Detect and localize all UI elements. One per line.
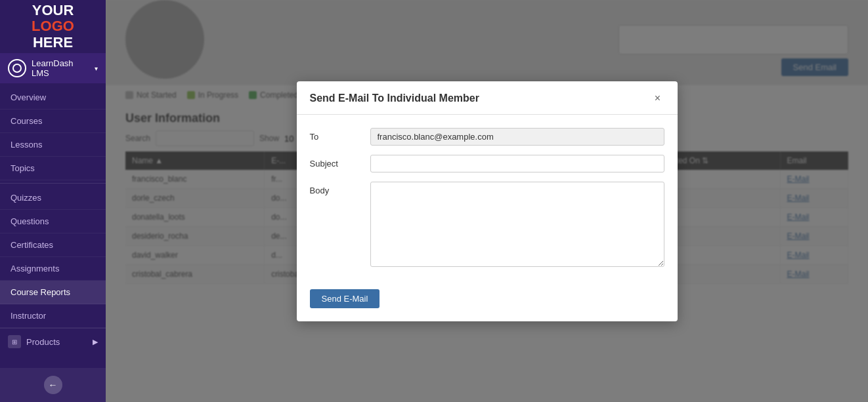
sidebar: YOUR LOGO HERE LearnDash LMS ▾ Overview …	[0, 0, 106, 402]
sidebar-item-questions[interactable]: Questions	[0, 210, 106, 233]
brand-name: LearnDash LMS	[32, 58, 89, 78]
sidebar-item-lessons[interactable]: Lessons	[0, 133, 106, 157]
back-icon: ←	[44, 376, 62, 394]
products-icon: ⊞	[8, 335, 21, 348]
body-label: Body	[310, 182, 362, 195]
modal-title: Send E-Mail To Individual Member	[310, 92, 479, 104]
sidebar-item-course-reports[interactable]: Course Reports	[0, 281, 106, 304]
sidebar-item-instructor[interactable]: Instructor	[0, 304, 106, 328]
products-label: Products	[26, 337, 60, 347]
modal-body: To Subject Body	[297, 115, 678, 289]
modal-close-button[interactable]: ×	[651, 92, 664, 105]
sidebar-item-topics[interactable]: Topics	[0, 157, 106, 180]
modal-header: Send E-Mail To Individual Member ×	[297, 81, 678, 115]
subject-label: Subject	[310, 155, 362, 169]
subject-input[interactable]	[370, 155, 664, 172]
sidebar-item-courses[interactable]: Courses	[0, 110, 106, 133]
subject-field-row: Subject	[310, 155, 664, 172]
nav-separator-1	[0, 183, 106, 184]
sidebar-item-quizzes[interactable]: Quizzes	[0, 186, 106, 210]
brand-icon-inner	[12, 64, 22, 73]
body-field-row: Body	[310, 182, 664, 267]
modal-overlay: Send E-Mail To Individual Member × To Su…	[106, 0, 868, 402]
sidebar-back-button[interactable]: ←	[0, 368, 106, 402]
main-content: Send Email Not Started In Progress Compl…	[106, 0, 868, 402]
send-email-modal: Send E-Mail To Individual Member × To Su…	[297, 81, 678, 321]
to-label: To	[310, 128, 362, 142]
sidebar-item-certificates[interactable]: Certificates	[0, 233, 106, 257]
sidebar-item-assignments[interactable]: Assignments	[0, 257, 106, 281]
modal-footer: Send E-Mail	[297, 289, 678, 321]
sidebar-item-overview[interactable]: Overview	[0, 86, 106, 110]
to-field-row: To	[310, 128, 664, 146]
products-arrow-icon: ▶	[93, 338, 98, 346]
brand-icon	[8, 59, 26, 77]
sidebar-item-products[interactable]: ⊞ Products ▶	[0, 328, 106, 355]
sidebar-brand[interactable]: LearnDash LMS ▾	[0, 53, 106, 83]
sidebar-logo: YOUR LOGO HERE	[0, 0, 106, 53]
logo-text: YOUR LOGO HERE	[32, 3, 74, 50]
body-textarea[interactable]	[370, 182, 664, 267]
dropdown-icon: ▾	[95, 65, 98, 72]
sidebar-nav: Overview Courses Lessons Topics Quizzes …	[0, 83, 106, 368]
send-email-button[interactable]: Send E-Mail	[310, 289, 380, 308]
to-input[interactable]	[370, 128, 664, 146]
